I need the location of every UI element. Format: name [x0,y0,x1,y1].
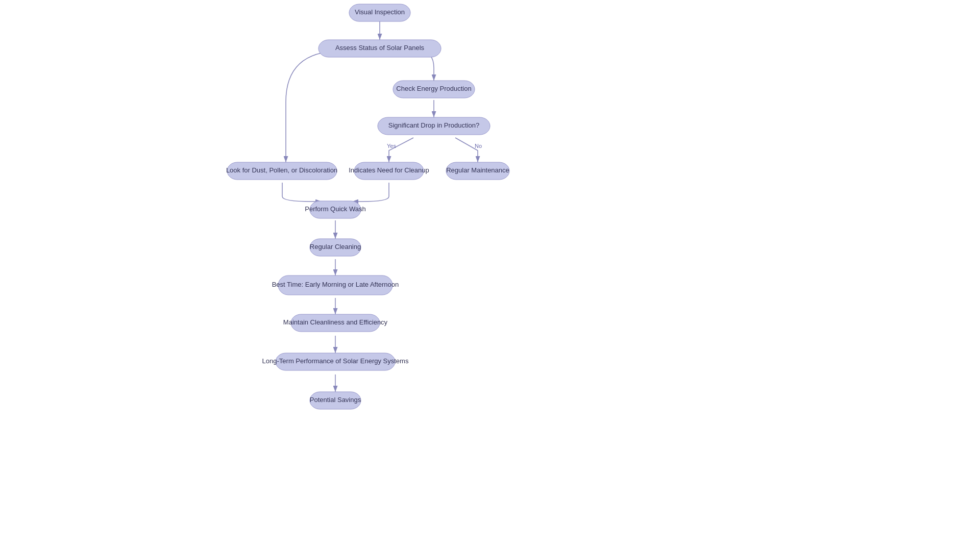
long-term-label: Long-Term Performance of Solar Energy Sy… [262,357,409,365]
indicates-need-label: Indicates Need for Cleanup [349,166,429,174]
perform-quick-wash-label: Perform Quick Wash [305,205,365,213]
arrow-dust-to-wash [282,183,322,202]
flowchart-container: Visual Inspection Assess Status of Solar… [0,0,980,551]
best-time-label: Best Time: Early Morning or Late Afterno… [272,281,399,288]
check-energy-label: Check Energy Production [396,85,471,92]
visual-inspection-label: Visual Inspection [355,8,405,16]
arrow-drop-no [455,138,478,162]
yes-label: Yes [387,143,396,149]
regular-cleaning-label: Regular Cleaning [310,243,361,251]
regular-maintenance-label: Regular Maintenance [446,166,509,174]
arrow-indicates-to-wash [352,183,389,202]
assess-status-label: Assess Status of Solar Panels [335,44,425,52]
arrow-assess-left [286,51,341,162]
look-for-dust-label: Look for Dust, Pollen, or Discoloration [226,166,337,174]
potential-savings-label: Potential Savings [310,396,361,404]
no-label: No [475,143,482,149]
arrow-drop-yes [389,138,413,162]
significant-drop-label: Significant Drop in Production? [388,121,480,129]
maintain-cleanliness-label: Maintain Cleanliness and Efficiency [283,318,388,326]
